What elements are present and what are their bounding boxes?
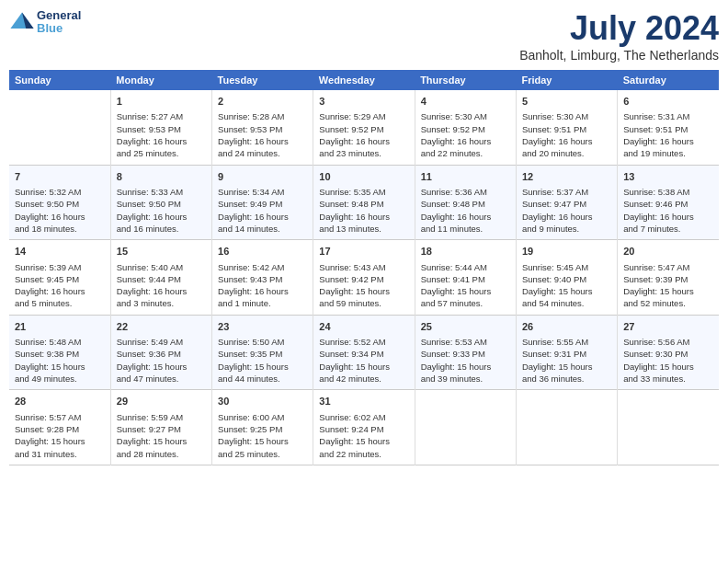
day-content: Sunrise: 5:33 AM Sunset: 9:50 PM Dayligh… bbox=[117, 186, 206, 235]
calendar-cell: 5Sunrise: 5:30 AM Sunset: 9:51 PM Daylig… bbox=[516, 90, 617, 165]
day-content: Sunrise: 5:30 AM Sunset: 9:52 PM Dayligh… bbox=[421, 110, 510, 159]
day-number: 15 bbox=[117, 245, 206, 259]
calendar-cell: 20Sunrise: 5:47 AM Sunset: 9:39 PM Dayli… bbox=[618, 240, 719, 316]
day-number: 31 bbox=[319, 395, 408, 408]
calendar-cell: 1Sunrise: 5:27 AM Sunset: 9:53 PM Daylig… bbox=[110, 90, 211, 165]
day-number: 19 bbox=[522, 245, 611, 259]
calendar-cell: 8Sunrise: 5:33 AM Sunset: 9:50 PM Daylig… bbox=[110, 165, 211, 240]
day-content: Sunrise: 5:32 AM Sunset: 9:50 PM Dayligh… bbox=[15, 186, 105, 235]
calendar-cell: 10Sunrise: 5:35 AM Sunset: 9:48 PM Dayli… bbox=[313, 165, 415, 240]
calendar-cell: 3Sunrise: 5:29 AM Sunset: 9:52 PM Daylig… bbox=[313, 90, 415, 165]
day-content: Sunrise: 5:53 AM Sunset: 9:33 PM Dayligh… bbox=[421, 336, 510, 385]
calendar-cell: 27Sunrise: 5:56 AM Sunset: 9:30 PM Dayli… bbox=[618, 315, 719, 390]
weekday-header: Thursday bbox=[415, 70, 516, 90]
day-content: Sunrise: 5:31 AM Sunset: 9:51 PM Dayligh… bbox=[623, 110, 713, 159]
day-content: Sunrise: 5:48 AM Sunset: 9:38 PM Dayligh… bbox=[15, 336, 105, 385]
day-content: Sunrise: 5:28 AM Sunset: 9:53 PM Dayligh… bbox=[218, 110, 307, 159]
day-content: Sunrise: 5:30 AM Sunset: 9:51 PM Dayligh… bbox=[522, 110, 611, 159]
day-number: 5 bbox=[522, 95, 611, 109]
calendar-cell: 9Sunrise: 5:34 AM Sunset: 9:49 PM Daylig… bbox=[212, 165, 313, 240]
calendar-cell: 21Sunrise: 5:48 AM Sunset: 9:38 PM Dayli… bbox=[9, 315, 110, 390]
day-number: 9 bbox=[218, 170, 307, 184]
weekday-header: Monday bbox=[110, 70, 211, 90]
day-content: Sunrise: 5:29 AM Sunset: 9:52 PM Dayligh… bbox=[319, 110, 408, 159]
logo-icon bbox=[9, 9, 35, 35]
location-title: Banholt, Limburg, The Netherlands bbox=[519, 48, 719, 63]
calendar-cell bbox=[415, 390, 516, 465]
day-number: 11 bbox=[421, 170, 510, 184]
day-content: Sunrise: 5:52 AM Sunset: 9:34 PM Dayligh… bbox=[319, 336, 408, 385]
day-number: 1 bbox=[117, 95, 206, 109]
calendar-cell: 24Sunrise: 5:52 AM Sunset: 9:34 PM Dayli… bbox=[313, 315, 415, 390]
day-number: 16 bbox=[218, 245, 307, 259]
day-number: 14 bbox=[15, 245, 105, 259]
day-content: Sunrise: 6:00 AM Sunset: 9:25 PM Dayligh… bbox=[218, 411, 307, 460]
page-header: General Blue July 2024 Banholt, Limburg,… bbox=[9, 9, 719, 63]
day-content: Sunrise: 5:44 AM Sunset: 9:41 PM Dayligh… bbox=[421, 261, 510, 310]
day-number: 10 bbox=[319, 170, 408, 184]
calendar-cell: 7Sunrise: 5:32 AM Sunset: 9:50 PM Daylig… bbox=[9, 165, 110, 240]
calendar-cell bbox=[516, 390, 617, 465]
calendar-cell: 31Sunrise: 6:02 AM Sunset: 9:24 PM Dayli… bbox=[313, 390, 415, 465]
weekday-header: Friday bbox=[516, 70, 617, 90]
calendar-cell: 11Sunrise: 5:36 AM Sunset: 9:48 PM Dayli… bbox=[415, 165, 516, 240]
day-number: 3 bbox=[319, 95, 408, 109]
calendar-cell: 2Sunrise: 5:28 AM Sunset: 9:53 PM Daylig… bbox=[212, 90, 313, 165]
day-content: Sunrise: 5:34 AM Sunset: 9:49 PM Dayligh… bbox=[218, 186, 307, 235]
day-number: 24 bbox=[319, 320, 408, 334]
calendar-table: SundayMondayTuesdayWednesdayThursdayFrid… bbox=[9, 70, 719, 465]
day-content: Sunrise: 5:40 AM Sunset: 9:44 PM Dayligh… bbox=[117, 261, 206, 310]
calendar-cell: 25Sunrise: 5:53 AM Sunset: 9:33 PM Dayli… bbox=[415, 315, 516, 390]
day-content: Sunrise: 5:55 AM Sunset: 9:31 PM Dayligh… bbox=[522, 336, 611, 385]
calendar-cell: 17Sunrise: 5:43 AM Sunset: 9:42 PM Dayli… bbox=[313, 240, 415, 316]
day-content: Sunrise: 5:45 AM Sunset: 9:40 PM Dayligh… bbox=[522, 261, 611, 310]
weekday-header: Tuesday bbox=[212, 70, 313, 90]
calendar-cell: 26Sunrise: 5:55 AM Sunset: 9:31 PM Dayli… bbox=[516, 315, 617, 390]
day-content: Sunrise: 5:42 AM Sunset: 9:43 PM Dayligh… bbox=[218, 261, 307, 310]
day-content: Sunrise: 5:38 AM Sunset: 9:46 PM Dayligh… bbox=[623, 186, 713, 235]
calendar-cell: 28Sunrise: 5:57 AM Sunset: 9:28 PM Dayli… bbox=[9, 390, 110, 465]
calendar-cell: 22Sunrise: 5:49 AM Sunset: 9:36 PM Dayli… bbox=[110, 315, 211, 390]
day-content: Sunrise: 5:35 AM Sunset: 9:48 PM Dayligh… bbox=[319, 186, 408, 235]
calendar-cell: 4Sunrise: 5:30 AM Sunset: 9:52 PM Daylig… bbox=[415, 90, 516, 165]
day-content: Sunrise: 5:43 AM Sunset: 9:42 PM Dayligh… bbox=[319, 261, 408, 310]
month-title: July 2024 bbox=[519, 9, 719, 48]
calendar-cell: 23Sunrise: 5:50 AM Sunset: 9:35 PM Dayli… bbox=[212, 315, 313, 390]
title-block: July 2024 Banholt, Limburg, The Netherla… bbox=[519, 9, 719, 63]
day-number: 21 bbox=[15, 320, 105, 334]
day-number: 25 bbox=[421, 320, 510, 334]
day-number: 7 bbox=[15, 170, 105, 184]
day-number: 17 bbox=[319, 245, 408, 259]
day-number: 18 bbox=[421, 245, 510, 259]
day-content: Sunrise: 5:50 AM Sunset: 9:35 PM Dayligh… bbox=[218, 336, 307, 385]
calendar-cell: 13Sunrise: 5:38 AM Sunset: 9:46 PM Dayli… bbox=[618, 165, 719, 240]
calendar-header: SundayMondayTuesdayWednesdayThursdayFrid… bbox=[9, 70, 719, 90]
logo-text-line2: Blue bbox=[37, 22, 81, 35]
day-content: Sunrise: 6:02 AM Sunset: 9:24 PM Dayligh… bbox=[319, 411, 408, 460]
calendar-cell: 30Sunrise: 6:00 AM Sunset: 9:25 PM Dayli… bbox=[212, 390, 313, 465]
day-content: Sunrise: 5:56 AM Sunset: 9:30 PM Dayligh… bbox=[623, 336, 713, 385]
day-number: 6 bbox=[623, 95, 713, 109]
day-content: Sunrise: 5:49 AM Sunset: 9:36 PM Dayligh… bbox=[117, 336, 206, 385]
day-content: Sunrise: 5:27 AM Sunset: 9:53 PM Dayligh… bbox=[117, 110, 206, 159]
day-number: 4 bbox=[421, 95, 510, 109]
day-content: Sunrise: 5:57 AM Sunset: 9:28 PM Dayligh… bbox=[15, 411, 105, 460]
calendar-cell: 18Sunrise: 5:44 AM Sunset: 9:41 PM Dayli… bbox=[415, 240, 516, 316]
day-number: 12 bbox=[522, 170, 611, 184]
day-content: Sunrise: 5:39 AM Sunset: 9:45 PM Dayligh… bbox=[15, 261, 105, 310]
day-content: Sunrise: 5:47 AM Sunset: 9:39 PM Dayligh… bbox=[623, 261, 713, 310]
calendar-cell: 6Sunrise: 5:31 AM Sunset: 9:51 PM Daylig… bbox=[618, 90, 719, 165]
day-content: Sunrise: 5:59 AM Sunset: 9:27 PM Dayligh… bbox=[117, 411, 206, 460]
day-number: 22 bbox=[117, 320, 206, 334]
day-number: 2 bbox=[218, 95, 307, 109]
calendar-cell: 12Sunrise: 5:37 AM Sunset: 9:47 PM Dayli… bbox=[516, 165, 617, 240]
calendar-cell: 29Sunrise: 5:59 AM Sunset: 9:27 PM Dayli… bbox=[110, 390, 211, 465]
calendar-cell: 19Sunrise: 5:45 AM Sunset: 9:40 PM Dayli… bbox=[516, 240, 617, 316]
calendar-cell bbox=[9, 90, 110, 165]
weekday-header: Saturday bbox=[618, 70, 719, 90]
logo: General Blue bbox=[9, 9, 81, 36]
day-content: Sunrise: 5:36 AM Sunset: 9:48 PM Dayligh… bbox=[421, 186, 510, 235]
day-number: 26 bbox=[522, 320, 611, 334]
day-content: Sunrise: 5:37 AM Sunset: 9:47 PM Dayligh… bbox=[522, 186, 611, 235]
logo-text-line1: General bbox=[37, 9, 81, 22]
